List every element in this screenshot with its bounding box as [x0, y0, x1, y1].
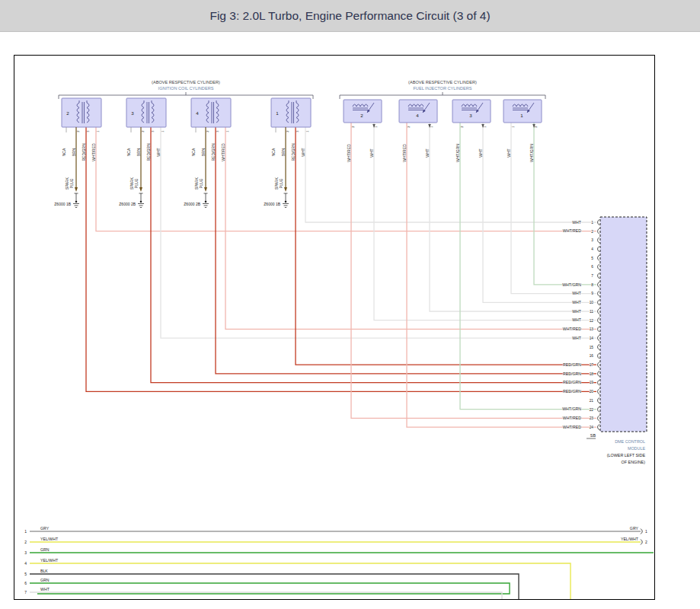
injector-wire-label: WHT	[507, 148, 511, 157]
coil-pin-number: 3	[216, 130, 219, 132]
wire	[96, 127, 596, 231]
pin-socket-icon	[598, 317, 600, 324]
wire	[534, 123, 596, 285]
module-pin-wire-label: WHT	[572, 317, 582, 322]
pin-socket-icon	[641, 540, 642, 545]
bottom-wire-label: YEL/WHT	[40, 558, 59, 563]
spark-plug-label: PLUG	[280, 178, 283, 188]
bottom-wire-number: 5	[24, 572, 27, 576]
pin-socket-icon	[598, 255, 600, 261]
injector-pin-number: 2	[351, 126, 355, 128]
module-pin-number: 23	[590, 416, 594, 420]
module-pin-number: 10	[590, 301, 594, 304]
coil-number: 2	[66, 110, 69, 116]
module-pin-wire-label: WHT	[572, 336, 582, 340]
module-pin-number: 22	[590, 408, 594, 412]
module-pin-number: 9	[591, 292, 593, 295]
module-pin-wire-label: RED/GRN	[563, 362, 581, 367]
module-pin-wire-label: WHT/RED	[563, 228, 581, 233]
coil-number: 4	[196, 110, 199, 116]
bottom-wire-label: GRN	[40, 578, 50, 582]
module-pin-number: 7	[591, 274, 593, 278]
ignition-coil: 3231NCABRNRED/GRNWHTSPARKPLUGZ6000 2B	[119, 98, 166, 208]
injector-pin-number: 2	[460, 126, 464, 128]
spark-plug-ground-symbol	[73, 193, 79, 208]
module-pin-number: 24	[590, 426, 594, 429]
bottom-wire-number: 3	[24, 550, 27, 555]
coil-number: 3	[131, 110, 134, 116]
module-pin-wire-label: WHT/GRN	[562, 407, 581, 411]
ignition-coil: 4231NCABRNRED/GRNWHT/REDSPARKPLUGZ6000 2…	[184, 98, 231, 208]
pin-socket-icon	[598, 335, 600, 341]
arrow-down-icon	[75, 187, 78, 192]
bottom-wire-number: 4	[24, 561, 27, 566]
bottom-wire	[30, 574, 519, 599]
injector-wire-label: WHT/GRN	[529, 144, 534, 162]
fuel-injector: 221WHT/REDWHT	[344, 100, 382, 162]
coil-wire-label: BRN	[201, 148, 206, 156]
spark-plug-label: SPARK	[275, 177, 279, 190]
wiring-diagram: (ABOVE RESPECTIVE CYLINDER) IGNITION COI…	[14, 56, 654, 599]
coil-wire-label: RED/GRN	[146, 143, 151, 161]
fuel-injector: 421WHT/REDWHT	[399, 100, 437, 162]
bottom-wire-label: GRY	[40, 526, 50, 531]
bottom-wire-number: 6	[24, 581, 27, 585]
pin-socket-icon	[598, 300, 600, 306]
coil-wire-label: WHT/RED	[221, 143, 225, 161]
module-caption-1: DME CONTROL	[615, 439, 645, 444]
coil-pin-number: 1	[96, 130, 100, 132]
coil-number: 1	[276, 110, 279, 116]
ground-label: Z6000 1B	[54, 202, 71, 206]
coil-wire-label: BRN	[72, 148, 76, 156]
module-pin-number: 16	[590, 354, 594, 358]
injector-wire-label: WHT	[478, 148, 483, 157]
coil-pin-number: 3	[151, 130, 155, 132]
wire	[305, 127, 596, 222]
module-pin-number: 5	[591, 257, 593, 260]
pin-socket-icon	[598, 389, 600, 395]
bottom-wire-right-number: 2	[645, 540, 647, 544]
module-pin-number: 21	[590, 399, 594, 403]
coil-pin-number: 1	[161, 130, 165, 132]
dme-control-module	[600, 217, 647, 432]
module-pin-number: 15	[590, 346, 594, 349]
coil-pin-number: 2	[206, 130, 209, 132]
module-pin-number: 18	[590, 372, 594, 376]
module-pin-wire-label: WHT	[572, 220, 582, 225]
wire	[511, 123, 596, 294]
module-caption-4: OF ENGINE)	[622, 460, 646, 464]
coil-wire-label: BRN	[136, 148, 141, 156]
module-pin-number: 4	[591, 247, 593, 251]
title-bar: Fig 3: 2.0L Turbo, Engine Performance Ci…	[0, 0, 700, 32]
pin-socket-icon	[598, 380, 600, 386]
wire	[86, 127, 596, 391]
ground-dot	[285, 201, 287, 203]
spark-plug-label: PLUG	[135, 178, 139, 188]
bottom-wire-label: GRN	[40, 547, 50, 552]
coil-wire-label: WHT	[156, 148, 161, 156]
coil-wire-label: RED/GRN	[291, 143, 296, 161]
module-pin-wire-label: WHT	[572, 291, 582, 295]
wire	[374, 123, 596, 320]
coil-pin-number: 2	[141, 130, 145, 132]
module-pin-number: 8	[591, 283, 593, 287]
module-pin-wire-label: RED/GRN	[563, 389, 581, 394]
wire	[483, 123, 596, 302]
module-pin-number: 20	[590, 390, 594, 394]
injector-box	[344, 100, 382, 123]
ignition-group-title: IGNITION COIL CYLINDERS	[158, 86, 214, 91]
pin-socket-icon	[598, 291, 600, 297]
bottom-wire-layer: 1GRYGRY12YEL/WHTYEL/WHT23GRN4YEL/WHT5BLK…	[24, 526, 654, 600]
injector-wire-label: WHT	[425, 148, 430, 157]
module-pin-layer: 1WHT2WHT/RED345678WHT/GRN9WHT10WHT11WHT1…	[562, 219, 599, 430]
pin-socket-icon	[598, 362, 600, 368]
arrow-down-icon	[284, 187, 287, 192]
injector-wire-label: WHT/GRN	[455, 144, 460, 162]
injector-wire-label: WHT/RED	[402, 144, 407, 162]
pin-socket-icon	[598, 246, 600, 252]
ignition-coil: 2231NCABRNRED/GRNWHT/REDSPARKPLUGZ6000 1…	[54, 98, 101, 208]
injector-box	[452, 100, 491, 123]
pin-socket-icon	[598, 327, 600, 333]
pin-socket-icon	[598, 416, 600, 422]
ground-label: Z6000 2B	[184, 202, 200, 206]
